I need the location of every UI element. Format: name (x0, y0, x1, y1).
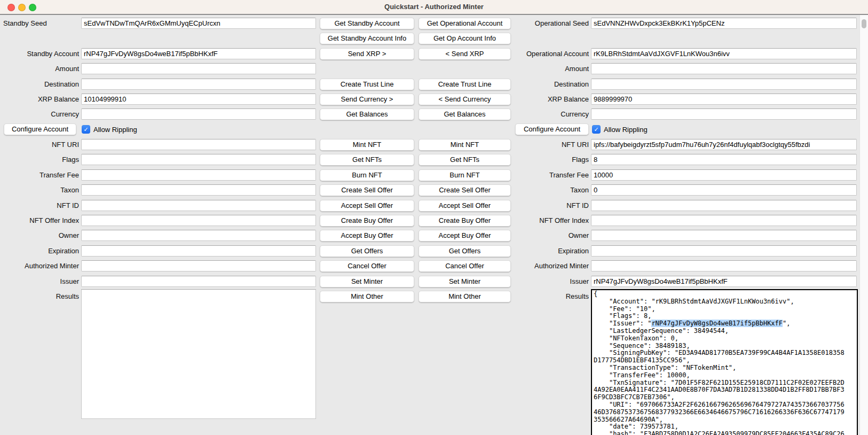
standby-mint-nft-button[interactable]: Mint NFT (320, 139, 414, 151)
standby-authorized-minter-field[interactable] (81, 260, 316, 271)
operational-authorized-minter-label: Authorized Minter (510, 260, 589, 271)
standby-owner-field[interactable] (81, 230, 316, 241)
operational-amount-field[interactable] (591, 63, 857, 74)
get-standby-account-info-button[interactable]: Get Standby Account Info (320, 33, 414, 44)
get-standby-account-button[interactable]: Get Standby Account (320, 18, 414, 29)
op-create-buy-offer-button[interactable]: Create Buy Offer (419, 215, 511, 227)
standby-nft-id-field[interactable] (81, 200, 316, 211)
operational-results-box[interactable]: { "Account": "rK9LBRhStdmtAaVdJXGVF1LnKW… (591, 289, 858, 435)
standby-transfer-fee-field[interactable] (81, 169, 316, 181)
standby-amount-field[interactable] (81, 63, 316, 74)
standby-currency-field[interactable] (81, 108, 316, 120)
standby-account-field[interactable] (81, 48, 316, 59)
standby-flags-field[interactable] (81, 154, 316, 165)
op-mint-other-button[interactable]: Mint Other (419, 291, 511, 302)
send-xrp-left-button[interactable]: < Send XRP (419, 48, 511, 60)
operational-taxon-label: Taxon (510, 184, 589, 196)
standby-taxon-field[interactable] (81, 184, 316, 196)
standby-get-nfts-button[interactable]: Get NFTs (320, 154, 414, 166)
standby-seed-field[interactable] (81, 18, 316, 29)
operational-nft-uri-field[interactable] (591, 139, 857, 150)
operational-nft-uri-label: NFT URI (510, 139, 589, 150)
op-create-sell-offer-button[interactable]: Create Sell Offer (419, 184, 511, 196)
standby-results-text[interactable] (81, 289, 316, 419)
standby-create-trust-line-button[interactable]: Create Trust Line (320, 79, 414, 90)
operational-expiration-field[interactable] (591, 245, 857, 257)
operational-destination-field[interactable] (591, 79, 857, 90)
standby-create-sell-offer-button[interactable]: Create Sell Offer (320, 184, 414, 196)
standby-get-balances-button[interactable]: Get Balances (320, 108, 414, 120)
op-accept-buy-offer-button[interactable]: Accept Buy Offer (419, 230, 511, 242)
standby-configure-account-button[interactable]: Configure Account (4, 123, 76, 135)
operational-issuer-field[interactable] (591, 276, 857, 287)
operational-nft-id-field[interactable] (591, 200, 857, 211)
standby-accept-buy-offer-button[interactable]: Accept Buy Offer (320, 230, 414, 242)
standby-amount-label: Amount (0, 63, 79, 74)
operational-owner-field[interactable] (591, 230, 857, 241)
standby-currency-label: Currency (0, 108, 79, 120)
standby-expiration-field[interactable] (81, 245, 316, 257)
standby-xrp-balance-field[interactable] (81, 94, 316, 105)
operational-authorized-minter-field[interactable] (591, 260, 857, 271)
op-accept-sell-offer-button[interactable]: Accept Sell Offer (419, 200, 511, 212)
vertical-scrollbar[interactable] (859, 15, 868, 435)
send-xrp-right-button[interactable]: Send XRP > (320, 48, 414, 60)
standby-allow-rippling-checkbox[interactable]: ✓ (82, 125, 90, 134)
op-get-offers-button[interactable]: Get Offers (419, 245, 511, 257)
operational-xrp-balance-field[interactable] (591, 94, 857, 105)
operational-seed-label: Operational Seed (510, 18, 589, 29)
op-set-minter-button[interactable]: Set Minter (419, 276, 511, 288)
standby-nft-offer-index-label: NFT Offer Index (0, 215, 79, 226)
operational-flags-label: Flags (510, 154, 589, 165)
standby-allow-rippling-label: Allow Rippling (93, 124, 137, 135)
standby-accept-sell-offer-button[interactable]: Accept Sell Offer (320, 200, 414, 212)
op-get-nfts-button[interactable]: Get NFTs (419, 154, 511, 166)
standby-burn-nft-button[interactable]: Burn NFT (320, 169, 414, 181)
standby-mint-other-button[interactable]: Mint Other (320, 291, 414, 302)
standby-set-minter-button[interactable]: Set Minter (320, 276, 414, 288)
operational-currency-label: Currency (510, 108, 589, 120)
checkmark-icon: ✓ (594, 126, 598, 133)
operational-flags-field[interactable] (591, 154, 857, 165)
standby-create-buy-offer-button[interactable]: Create Buy Offer (320, 215, 414, 227)
op-create-trust-line-button[interactable]: Create Trust Line (419, 79, 511, 90)
send-currency-left-button[interactable]: < Send Currency (419, 94, 511, 105)
op-burn-nft-button[interactable]: Burn NFT (419, 169, 511, 181)
get-op-account-info-button[interactable]: Get Op Account Info (419, 33, 511, 44)
titlebar-separator (0, 14, 868, 15)
op-cancel-offer-button[interactable]: Cancel Offer (419, 260, 511, 272)
operational-transfer-fee-field[interactable] (591, 169, 857, 181)
operational-taxon-field[interactable] (591, 184, 857, 196)
standby-authorized-minter-label: Authorized Minter (0, 260, 79, 271)
standby-cancel-offer-button[interactable]: Cancel Offer (320, 260, 414, 272)
title-bar: Quickstart - Authorized Minter (0, 0, 868, 14)
standby-destination-field[interactable] (81, 79, 316, 90)
send-currency-right-button[interactable]: Send Currency > (320, 94, 414, 105)
operational-account-field[interactable] (591, 48, 857, 59)
standby-nft-uri-field[interactable] (81, 139, 316, 150)
operational-allow-rippling-checkbox[interactable]: ✓ (592, 125, 601, 134)
operational-allow-rippling-label: Allow Rippling (604, 124, 648, 135)
operational-currency-field[interactable] (591, 108, 857, 120)
standby-issuer-field[interactable] (81, 276, 316, 287)
operational-issuer-label: Issuer (510, 276, 589, 287)
minimize-button[interactable] (18, 4, 26, 11)
op-mint-nft-button[interactable]: Mint NFT (419, 139, 511, 151)
standby-account-label: Standby Account (0, 48, 79, 59)
operational-xrp-balance-label: XRP Balance (510, 94, 589, 105)
standby-get-offers-button[interactable]: Get Offers (320, 245, 414, 257)
operational-nft-offer-index-field[interactable] (591, 215, 857, 226)
operational-configure-account-button[interactable]: Configure Account (515, 123, 589, 135)
operational-seed-field[interactable] (591, 18, 857, 29)
checkmark-icon: ✓ (83, 126, 88, 133)
standby-nft-uri-label: NFT URI (0, 139, 79, 150)
close-button[interactable] (7, 4, 15, 11)
get-operational-account-button[interactable]: Get Operational Account (419, 18, 511, 29)
zoom-button[interactable] (29, 4, 36, 11)
operational-transfer-fee-label: Transfer Fee (510, 169, 589, 181)
standby-nft-id-label: NFT ID (0, 200, 79, 211)
scrollbar-thumb[interactable] (862, 19, 866, 28)
op-get-balances-button[interactable]: Get Balances (419, 108, 511, 120)
standby-expiration-label: Expiration (0, 245, 79, 257)
standby-nft-offer-index-field[interactable] (81, 215, 316, 226)
